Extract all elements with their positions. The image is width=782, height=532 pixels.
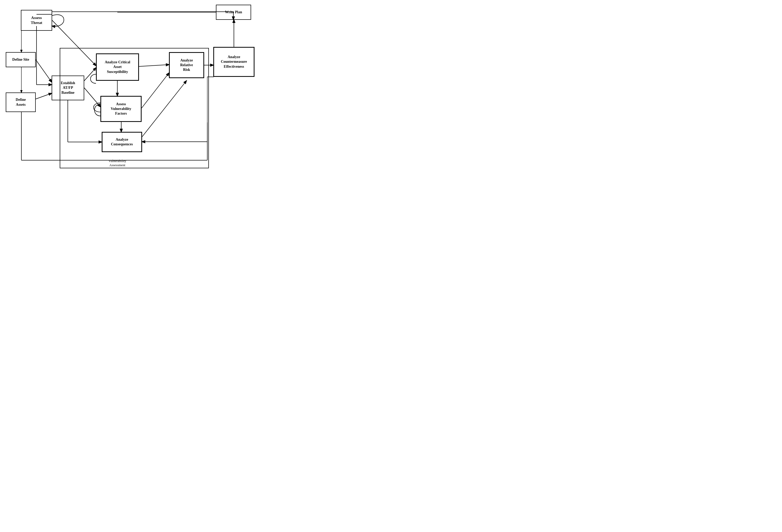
analyze-relative-risk-box: AnalyzeRelativeRisk — [169, 52, 204, 78]
analyze-critical-box: Analyze CriticalAssetSusceptibility — [96, 53, 139, 81]
vulnerability-assessment-label: VulnerabilityAssessment — [88, 159, 146, 167]
svg-line-14 — [52, 20, 96, 66]
diagram-container: AssessThreat Define Site DefineAssets Es… — [0, 0, 261, 177]
define-site-box: Define Site — [6, 52, 36, 67]
write-plan-box: Write Plan — [216, 5, 251, 20]
svg-line-3 — [36, 93, 51, 99]
analyze-consequences-box: AnalyzeConsequences — [102, 132, 142, 152]
establish-baseline-box: EstablishAT/FPBaseline — [51, 76, 84, 100]
assess-vulnerability-box: AssessVulnerabilityFactors — [100, 96, 142, 122]
analyze-countermeasure-box: AnalyzeCountermeasureEffectiveness — [213, 47, 254, 77]
svg-line-9 — [84, 88, 100, 107]
svg-line-2 — [36, 60, 51, 82]
svg-line-19 — [142, 81, 186, 137]
define-assets-box: DefineAssets — [6, 92, 36, 112]
svg-line-17 — [142, 73, 169, 108]
svg-line-16 — [139, 65, 169, 67]
svg-line-8 — [84, 68, 96, 81]
assess-threat-box: AssessThreat — [21, 10, 52, 31]
